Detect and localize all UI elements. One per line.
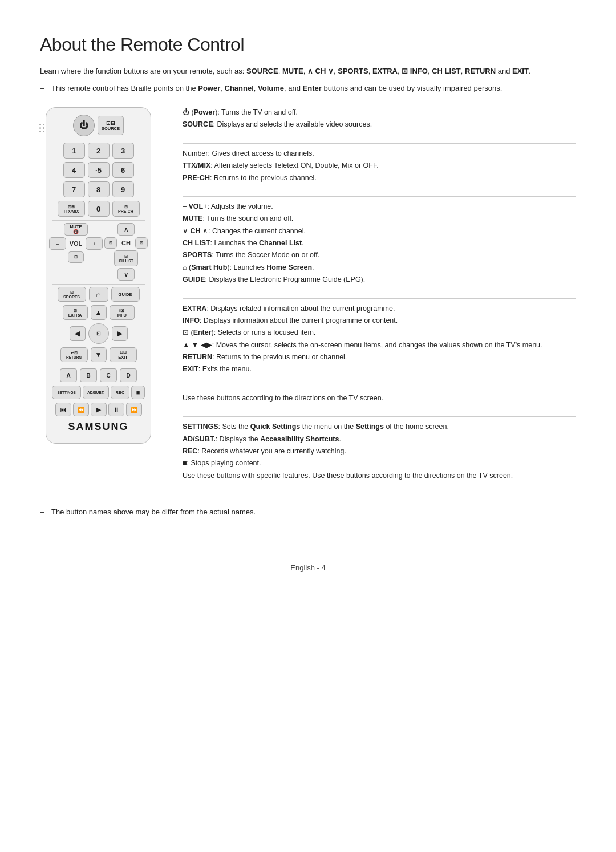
desc-section-vol: – VOL+: Adjusts the volume. MUTE: Turns … bbox=[183, 201, 576, 287]
right-arrow-button[interactable]: ▶ bbox=[112, 326, 128, 341]
num-8-button[interactable]: 8 bbox=[88, 181, 110, 197]
num-2-button[interactable]: 2 bbox=[88, 143, 110, 159]
down-arrow-button[interactable]: ▼ bbox=[91, 347, 107, 362]
btn-a[interactable]: A bbox=[60, 368, 77, 382]
ch-up-button[interactable]: ∧ bbox=[117, 223, 135, 236]
row-456: 4 ·5 6 bbox=[52, 162, 145, 178]
stop-button[interactable]: ■ bbox=[131, 386, 145, 399]
info-button[interactable]: i⊡ INFO bbox=[110, 305, 135, 320]
settings-button[interactable]: SETTINGS bbox=[52, 386, 81, 399]
desc-stop: ■: Stops playing content. bbox=[183, 458, 576, 469]
desc-number: Number: Gives direct access to channels. bbox=[183, 148, 576, 159]
desc-color-buttons: Use these buttons according to the direc… bbox=[183, 393, 576, 404]
num-0-button[interactable]: 0 bbox=[88, 201, 110, 217]
pause-button[interactable]: ⏸ bbox=[108, 403, 124, 416]
return-button[interactable]: ↩⊡ RETURN bbox=[60, 347, 88, 362]
row-left-enter-right: ◀ ⊡ ▶ bbox=[52, 323, 145, 344]
color-buttons-row: A B C D bbox=[52, 368, 145, 382]
desc-rec: REC: Records whatever you are currently … bbox=[183, 446, 576, 457]
desc-ttxmix: TTX/MIX: Alternately selects Teletext ON… bbox=[183, 160, 576, 171]
ch-label: CH bbox=[118, 240, 134, 246]
rewind-button[interactable]: ⏪ bbox=[73, 403, 89, 416]
page-footer: English - 4 bbox=[40, 563, 576, 572]
vol-ch-extra-btn[interactable]: ⊡ bbox=[68, 251, 84, 263]
btn-c[interactable]: C bbox=[100, 368, 117, 382]
desc-return: RETURN: Returns to the previous menu or … bbox=[183, 352, 576, 363]
bullet-braille: This remote control has Braille points o… bbox=[40, 83, 576, 94]
exit-button[interactable]: ⊡⊟ EXIT bbox=[110, 347, 137, 362]
remote-dots bbox=[39, 124, 44, 132]
mute-button[interactable]: MUTE 🔇 bbox=[64, 223, 88, 236]
desc-section-numbers: Number: Gives direct access to channels.… bbox=[183, 148, 576, 185]
row-123: 1 2 3 bbox=[52, 143, 145, 159]
desc-enter: ⊡ (Enter): Selects or runs a focused ite… bbox=[183, 327, 576, 338]
enter-button[interactable]: ⊡ bbox=[88, 323, 109, 344]
desc-guide: GUIDE: Displays the Electronic Programme… bbox=[183, 274, 576, 285]
num-3-button[interactable]: 3 bbox=[112, 143, 134, 159]
vol-label: VOL bbox=[68, 240, 84, 247]
chlist-button[interactable]: ⊡ CH LIST bbox=[114, 250, 138, 266]
main-content-area: ⏻ ⊡⊟ SOURCE 1 2 3 4 ·5 6 7 8 bbox=[40, 107, 576, 489]
row-extra-up-info: ⊡ EXTRA ▲ i⊡ INFO bbox=[52, 305, 145, 320]
num-1-button[interactable]: 1 bbox=[63, 143, 85, 159]
adsubt-button[interactable]: AD/SUBT. bbox=[83, 386, 108, 399]
desc-section-extra: EXTRA: Displays related information abou… bbox=[183, 303, 576, 376]
row-vol-ch: MUTE 🔇 – VOL + ⊡ ∧ ⊡ bbox=[52, 223, 145, 281]
desc-section-color: Use these buttons according to the direc… bbox=[183, 393, 576, 405]
desc-source: SOURCE: Displays and selects the availab… bbox=[183, 119, 576, 130]
vol-minus-button[interactable]: – bbox=[49, 237, 66, 250]
extra-button[interactable]: ⊡ EXTRA bbox=[63, 305, 88, 320]
vol-col: MUTE 🔇 – VOL + ⊡ bbox=[49, 223, 103, 263]
guide-button[interactable]: GUIDE bbox=[111, 287, 140, 302]
desc-section-settings: SETTINGS: Sets the Quick Settings the me… bbox=[183, 421, 576, 482]
up-arrow-button[interactable]: ▲ bbox=[91, 305, 107, 320]
remote-wrap: ⏻ ⊡⊟ SOURCE 1 2 3 4 ·5 6 7 8 bbox=[40, 107, 171, 489]
source-button[interactable]: ⊡⊟ SOURCE bbox=[98, 116, 124, 135]
row-ttx-0-prech: ⊡⊞ TTX/MIX 0 ⊡ PRE-CH bbox=[52, 201, 145, 217]
btn-b[interactable]: B bbox=[80, 368, 97, 382]
ttxmix-button[interactable]: ⊡⊞ TTX/MIX bbox=[58, 201, 85, 217]
row-transport: ⏮ ⏪ ▶ ⏸ ⏩ bbox=[52, 403, 145, 416]
remote-control: ⏻ ⊡⊟ SOURCE 1 2 3 4 ·5 6 7 8 bbox=[46, 107, 151, 444]
num-5-button[interactable]: ·5 bbox=[88, 162, 110, 178]
num-4-button[interactable]: 4 bbox=[63, 162, 85, 178]
row-return-down-exit: ↩⊡ RETURN ▼ ⊡⊟ EXIT bbox=[52, 347, 145, 362]
desc-exit: EXIT: Exits the menu. bbox=[183, 364, 576, 375]
prech-button[interactable]: ⊡ PRE-CH bbox=[112, 201, 140, 217]
power-button[interactable]: ⏻ bbox=[73, 115, 95, 136]
ch-extra-btn[interactable]: ⊡ bbox=[104, 237, 117, 249]
desc-smarthub: ⌂ (Smart Hub): Launches Home Screen. bbox=[183, 262, 576, 273]
desc-chlist: CH LIST: Launches the Channel List. bbox=[183, 238, 576, 249]
vol-plus-button[interactable]: + bbox=[86, 237, 103, 250]
sports-button[interactable]: ⊡ SPORTS bbox=[58, 287, 86, 302]
desc-info: INFO: Displays information about the cur… bbox=[183, 315, 576, 326]
desc-mute: MUTE: Turns the sound on and off. bbox=[183, 213, 576, 224]
left-arrow-button[interactable]: ◀ bbox=[70, 326, 86, 341]
smarthub-button[interactable]: ⌂ bbox=[89, 287, 108, 302]
vol-plus-minus: – VOL + bbox=[49, 237, 103, 250]
desc-arrows: ▲ ▼ ◀▶: Moves the cursor, selects the on… bbox=[183, 340, 576, 351]
desc-settings: SETTINGS: Sets the Quick Settings the me… bbox=[183, 421, 576, 432]
rec-button[interactable]: REC bbox=[111, 386, 130, 399]
desc-section-power: ⏻ (Power): Turns the TV on and off. SOUR… bbox=[183, 107, 576, 132]
row-power-source: ⏻ ⊡⊟ SOURCE bbox=[52, 115, 145, 136]
page-title: About the Remote Control bbox=[40, 34, 576, 55]
desc-adsubt: AD/SUBT.: Displays the Accessibility Sho… bbox=[183, 434, 576, 445]
num-9-button[interactable]: 9 bbox=[112, 181, 134, 197]
num-6-button[interactable]: 6 bbox=[112, 162, 134, 178]
fast-forward-button[interactable]: ⏩ bbox=[126, 403, 142, 416]
vol-mute-row: MUTE 🔇 bbox=[64, 223, 88, 236]
num-7-button[interactable]: 7 bbox=[63, 181, 85, 197]
page-label: English - 4 bbox=[290, 563, 325, 572]
play-button[interactable]: ▶ bbox=[91, 403, 107, 416]
btn-d[interactable]: D bbox=[120, 368, 137, 382]
desc-ch: ∨ CH ∧: Changes the current channel. bbox=[183, 226, 576, 237]
ch-extra-btn2[interactable]: ⊡ bbox=[135, 237, 148, 249]
intro-paragraph: Learn where the function buttons are on … bbox=[40, 66, 576, 77]
prev-track-button[interactable]: ⏮ bbox=[55, 403, 71, 416]
desc-extra: EXTRA: Displays related information abou… bbox=[183, 303, 576, 314]
desc-vol: – VOL+: Adjusts the volume. bbox=[183, 201, 576, 212]
desc-power: ⏻ (Power): Turns the TV on and off. bbox=[183, 107, 576, 118]
row-sports-hub-guide: ⊡ SPORTS ⌂ GUIDE bbox=[52, 287, 145, 302]
ch-down-button[interactable]: ∨ bbox=[117, 268, 135, 281]
